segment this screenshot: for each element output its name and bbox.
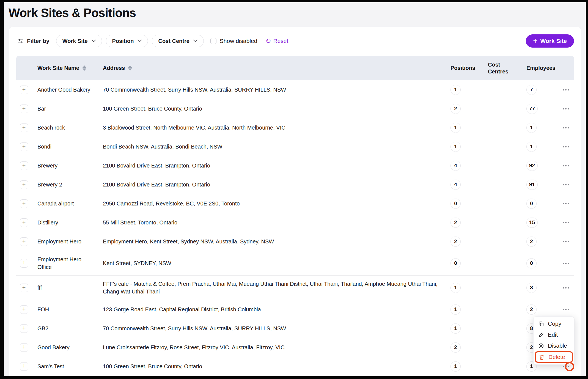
expand-row-button[interactable]: + <box>20 142 28 151</box>
table-row: + Bondi Bondi Beach NSW, Australia, Bond… <box>16 137 574 156</box>
expand-row-button[interactable]: + <box>20 199 28 208</box>
table-row: + Brewery 2 2100 Bovaird Drive East, Bra… <box>16 175 574 194</box>
worksite-address-cell: 123 Gorge Road East, Capital Regional Di… <box>103 301 447 318</box>
expand-row-button[interactable]: + <box>20 123 28 132</box>
header-address-label: Address <box>103 65 125 72</box>
reset-filters-link[interactable]: ↻ Reset <box>265 38 288 44</box>
table-row: + GB2 70 Commonwealth Street, Surry Hill… <box>16 319 574 338</box>
row-actions-button[interactable] <box>561 260 571 267</box>
positions-count-badge: 2 <box>450 237 461 247</box>
positions-count-badge: 0 <box>450 199 461 209</box>
worksite-name-cell: Sam's Test <box>32 358 103 375</box>
expand-row-button[interactable]: + <box>20 237 28 246</box>
menu-item-edit-label: Edit <box>548 331 558 338</box>
expand-row-button[interactable]: + <box>20 218 28 227</box>
row-actions-button[interactable] <box>561 162 571 169</box>
worksite-address: 123 Gorge Road East, Capital Regional Di… <box>103 306 261 312</box>
expand-row-button[interactable]: + <box>20 362 28 371</box>
worksite-name: Canada airport <box>37 200 74 207</box>
filter-costcentre-label: Cost Centre <box>158 38 189 44</box>
positions-count-badge: 4 <box>450 161 461 171</box>
plus-icon: + <box>533 37 537 45</box>
expand-row-button[interactable]: + <box>20 305 28 314</box>
header-worksite-name: Work Site Name <box>32 65 103 72</box>
worksite-name: Distillery <box>37 219 58 226</box>
row-actions-button[interactable] <box>561 143 571 150</box>
row-actions-button[interactable] <box>561 181 571 188</box>
copy-icon <box>538 321 544 327</box>
header-worksite-name-label: Work Site Name <box>37 65 79 72</box>
table-row: + Beach rock 3 Blackwood Street, North M… <box>16 118 574 137</box>
menu-item-disable[interactable]: Disable <box>534 340 574 351</box>
positions-count-badge: 2 <box>450 342 461 353</box>
worksite-name-cell: Beach rock <box>32 119 103 136</box>
row-actions-button[interactable] <box>561 105 571 112</box>
menu-item-copy[interactable]: Copy <box>534 318 574 329</box>
reset-icon: ↻ <box>265 38 271 44</box>
expand-row-button[interactable]: + <box>20 324 28 333</box>
menu-item-edit[interactable]: Edit <box>534 329 574 340</box>
row-actions-button[interactable] <box>561 200 571 207</box>
add-worksite-button[interactable]: + Work Site <box>526 34 574 48</box>
header-cost-centres: Cost Centres <box>482 61 521 75</box>
expand-row-button[interactable]: + <box>20 86 28 94</box>
worksite-address-cell: 70 Commonwealth Street, Surry Hills NSW,… <box>103 320 447 337</box>
worksite-address: Bondi Beach NSW, Australia, Bondi Beach,… <box>103 144 222 150</box>
expand-row-button[interactable]: + <box>20 161 28 170</box>
table-row: + fff FFF's cafe - Matcha & Coffee, Prem… <box>16 276 574 300</box>
show-disabled-control: Show disabled <box>210 38 257 44</box>
page-title: Work Sites & Positions <box>9 6 586 20</box>
worksite-name-cell: Good Bakery <box>32 339 103 356</box>
sort-address-button[interactable] <box>128 65 132 71</box>
expand-row-button[interactable]: + <box>20 343 28 352</box>
menu-item-delete[interactable]: Delete <box>535 351 573 363</box>
worksite-name: Beach rock <box>37 124 65 131</box>
filter-position-dropdown[interactable]: Position <box>106 35 148 47</box>
worksite-name: FOH <box>37 306 49 313</box>
table-row: + Sam's Test 100 Green Street, Bruce Cou… <box>16 357 574 376</box>
employees-count-badge: 77 <box>526 104 538 114</box>
sort-worksite-name-button[interactable] <box>83 65 86 71</box>
worksite-address-cell: 70 Commonwealth Street, Surry Hills NSW,… <box>103 81 447 98</box>
filter-sliders-icon <box>17 38 24 44</box>
row-actions-button[interactable] <box>561 238 571 245</box>
positions-count-badge: 1 <box>450 323 461 334</box>
row-actions-button[interactable] <box>561 219 571 226</box>
employees-count-badge: 3 <box>526 283 537 293</box>
filter-toolbar: Filter by Work Site Position Cost Centre… <box>9 27 581 48</box>
worksite-address: 100 Green Street, Bruce County, Ontario <box>103 363 202 369</box>
filter-worksite-dropdown[interactable]: Work Site <box>56 35 102 47</box>
worksite-name: Good Bakery <box>37 344 70 351</box>
worksites-table: Work Site Name Address Positions Cost Ce… <box>16 56 574 376</box>
worksite-name-cell: Employment Hero <box>32 233 103 250</box>
worksite-name: Bondi <box>37 143 51 150</box>
row-actions-button[interactable] <box>561 86 571 93</box>
worksite-name: GB2 <box>37 325 48 332</box>
employees-count-badge: 91 <box>526 180 538 190</box>
expand-row-button[interactable]: + <box>20 259 28 268</box>
expand-row-button[interactable]: + <box>20 105 28 113</box>
table-row: + Distillery 55 Mill Street, Toronto, On… <box>16 213 574 232</box>
row-actions-button[interactable] <box>561 306 571 313</box>
expand-row-button[interactable]: + <box>20 180 28 189</box>
row-actions-button[interactable] <box>561 124 571 131</box>
expand-row-button[interactable]: + <box>20 284 28 292</box>
edit-icon <box>538 332 544 338</box>
show-disabled-checkbox[interactable] <box>210 38 216 44</box>
worksite-address: 100 Green Street, Bruce County, Ontario <box>103 106 202 112</box>
disable-icon <box>538 343 544 349</box>
table-row: + FOH 123 Gorge Road East, Capital Regio… <box>16 300 574 319</box>
worksite-address-cell: 2950 Camozzi Road, Revelstoke, BC, V0E 2… <box>103 195 447 212</box>
worksite-name-cell: fff <box>32 279 103 296</box>
worksite-address-cell: 100 Green Street, Bruce County, Ontario <box>103 100 447 117</box>
row-actions-menu: Copy Edit Disable <box>533 316 575 365</box>
employees-count-badge: 15 <box>526 218 538 228</box>
worksite-name: Employment Hero Office <box>37 256 91 271</box>
employees-count-badge: 2 <box>526 237 537 247</box>
worksite-name: Sam's Test <box>37 362 64 370</box>
chevron-down-icon <box>138 40 142 42</box>
positions-count-badge: 1 <box>450 361 461 372</box>
row-actions-button[interactable] <box>561 284 571 291</box>
filter-costcentre-dropdown[interactable]: Cost Centre <box>152 35 204 47</box>
screen-frame: Work Sites & Positions Filter by Work Si… <box>0 0 588 379</box>
